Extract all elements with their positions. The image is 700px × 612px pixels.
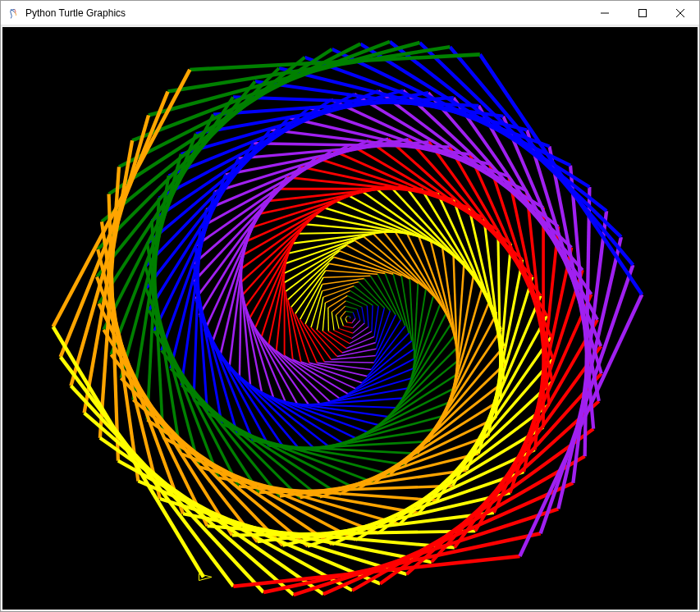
svg-line-17	[353, 320, 360, 327]
svg-line-12	[353, 313, 355, 318]
svg-line-36	[372, 305, 373, 331]
turtle-canvas	[2, 27, 698, 610]
svg-line-61	[370, 276, 396, 314]
window-titlebar: Python Turtle Graphics	[1, 1, 699, 25]
svg-line-10	[347, 322, 352, 323]
svg-line-13	[345, 311, 353, 312]
svg-line-84	[362, 341, 412, 383]
maximize-button[interactable]	[624, 1, 661, 25]
window-title: Python Turtle Graphics	[25, 7, 126, 19]
canvas-frame	[1, 25, 699, 611]
svg-line-8	[345, 316, 347, 318]
spiral-path	[53, 42, 643, 595]
svg-line-18	[357, 309, 360, 320]
svg-line-30	[367, 306, 368, 327]
app-icon	[7, 7, 21, 20]
svg-line-45	[317, 297, 323, 330]
svg-rect-1	[639, 9, 647, 16]
svg-line-354	[450, 47, 633, 265]
window-controls	[586, 1, 699, 25]
svg-line-22	[339, 329, 353, 334]
svg-line-6	[350, 316, 350, 317]
svg-line-351	[71, 386, 263, 592]
svg-line-111	[289, 234, 373, 253]
svg-line-23	[353, 323, 364, 333]
svg-line-88	[286, 291, 293, 359]
svg-line-58	[305, 324, 331, 359]
svg-line-27	[332, 312, 334, 331]
svg-line-46	[317, 330, 342, 353]
svg-line-9	[345, 319, 347, 322]
svg-line-16	[343, 326, 353, 327]
svg-line-21	[336, 315, 339, 328]
svg-line-33	[328, 308, 329, 331]
svg-line-62	[323, 276, 370, 277]
svg-line-15	[341, 317, 344, 326]
close-button[interactable]	[661, 1, 699, 25]
svg-line-64	[300, 319, 325, 362]
svg-line-348	[419, 43, 620, 237]
svg-line-11	[352, 318, 355, 323]
svg-line-99	[285, 240, 355, 273]
svg-line-24	[362, 307, 364, 323]
svg-line-31	[347, 295, 367, 305]
svg-line-120	[309, 398, 403, 404]
svg-line-39	[323, 303, 325, 331]
svg-line-106	[268, 263, 286, 345]
minimize-button[interactable]	[586, 1, 624, 25]
svg-line-350	[71, 116, 149, 386]
svg-line-55	[364, 278, 391, 310]
svg-line-56	[323, 278, 364, 284]
svg-line-81	[288, 257, 334, 299]
svg-line-14	[341, 311, 345, 317]
svg-line-65	[324, 362, 373, 363]
svg-line-26	[332, 301, 345, 312]
svg-line-105	[286, 236, 364, 263]
svg-line-19	[345, 306, 357, 309]
svg-line-79	[393, 274, 409, 333]
svg-line-357	[61, 357, 234, 587]
